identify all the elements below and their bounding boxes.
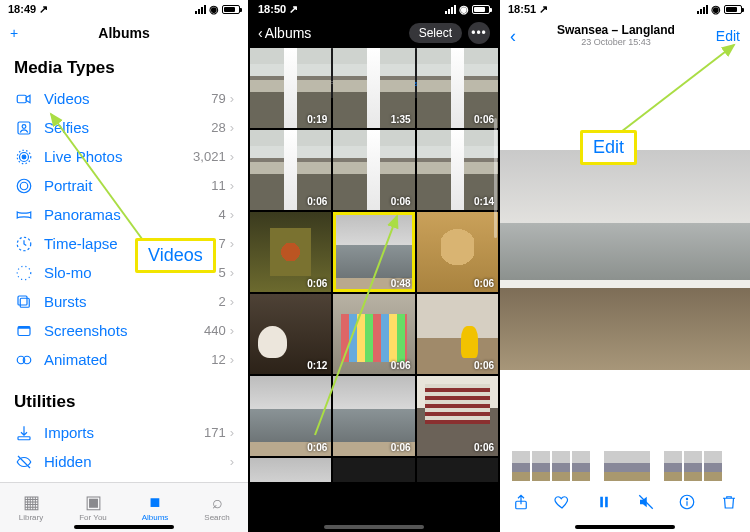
info-button[interactable] (678, 493, 696, 516)
back-button[interactable]: ‹ Albums (258, 25, 311, 41)
location-arrow-icon: ↗ (539, 3, 548, 15)
row-count: 4 (218, 207, 225, 222)
edit-button[interactable]: Edit (716, 28, 740, 44)
home-indicator[interactable] (74, 525, 174, 529)
add-button[interactable]: + (10, 26, 18, 40)
video-thumb[interactable]: 0:06 (417, 212, 498, 292)
thumb-strip-item[interactable] (512, 451, 530, 481)
video-duration: 0:06 (391, 360, 411, 371)
thumb-strip-item[interactable] (704, 451, 722, 481)
svg-rect-21 (600, 496, 603, 507)
video-thumb[interactable] (417, 458, 498, 482)
portrait-icon (14, 176, 34, 196)
media-row-animated[interactable]: Animated12› (14, 345, 234, 374)
favorite-button[interactable] (553, 493, 571, 516)
share-button[interactable] (512, 493, 530, 516)
video-thumb[interactable]: 1:35 (333, 48, 414, 128)
video-thumb[interactable]: 0:19 (250, 48, 331, 128)
slomo-icon (14, 263, 34, 283)
mute-button[interactable] (637, 493, 655, 516)
pause-icon (595, 493, 613, 511)
media-row-screenshots[interactable]: Screenshots440› (14, 316, 234, 345)
thumb-strip-current[interactable] (604, 451, 650, 481)
status-time: 18:51 (508, 3, 536, 15)
chevron-right-icon: › (230, 323, 234, 338)
media-row-panoramas[interactable]: Panoramas4› (14, 200, 234, 229)
tab-label: Library (19, 513, 43, 522)
video-thumb[interactable]: 0:06 (250, 376, 331, 456)
back-button[interactable]: ‹ (510, 26, 516, 47)
signal-icon (195, 5, 206, 14)
chevron-right-icon: › (230, 91, 234, 106)
tab-label: Search (204, 513, 229, 522)
thumb-strip-item[interactable] (572, 451, 590, 481)
video-thumb[interactable]: 0:06 (417, 376, 498, 456)
scrubber-strip[interactable] (500, 448, 750, 484)
media-row-portrait[interactable]: Portrait11› (14, 171, 234, 200)
scroll-indicator[interactable] (494, 118, 497, 238)
chevron-right-icon: › (230, 149, 234, 164)
thumb-strip-item[interactable] (552, 451, 570, 481)
section-utilities: Utilities (14, 392, 234, 412)
video-thumb[interactable]: 0:06 (250, 458, 331, 482)
video-thumb[interactable]: 0:06 (417, 294, 498, 374)
thumb-strip-item[interactable] (684, 451, 702, 481)
signal-icon (697, 5, 708, 14)
row-label: Live Photos (44, 148, 193, 165)
chevron-right-icon: › (230, 294, 234, 309)
svg-point-3 (22, 155, 26, 159)
location-arrow-icon: ↗ (39, 3, 48, 15)
bursts-icon (14, 292, 34, 312)
video-thumb[interactable]: 0:06 (333, 376, 414, 456)
tab-label: For You (79, 513, 107, 522)
photo-subtitle: 23 October 15:43 (557, 38, 675, 48)
media-row-imports[interactable]: Imports171› (14, 418, 234, 447)
thumb-strip-item[interactable] (532, 451, 550, 481)
tab-icon: ■ (150, 493, 161, 511)
thumb-strip-item[interactable] (664, 451, 682, 481)
phone-video-detail: 18:51 ↗ ◉ ‹ Swansea – Langland 23 Octobe… (500, 0, 750, 532)
svg-rect-13 (18, 326, 30, 328)
video-thumb[interactable]: 0:06 (250, 130, 331, 210)
more-options-button[interactable]: ••• (468, 22, 490, 44)
battery-icon (472, 5, 490, 14)
tab-icon: ▣ (85, 493, 102, 511)
media-row-live-photos[interactable]: Live Photos3,021› (14, 142, 234, 171)
media-row-hidden[interactable]: Hidden› (14, 447, 234, 476)
row-count: 11 (211, 178, 225, 193)
video-duration: 0:19 (307, 114, 327, 125)
video-duration: 0:06 (391, 442, 411, 453)
row-label: Imports (44, 424, 204, 441)
battery-icon (222, 5, 240, 14)
video-duration: 0:06 (307, 278, 327, 289)
video-thumb[interactable]: 0:06 (417, 48, 498, 128)
home-indicator[interactable] (575, 525, 675, 529)
video-preview[interactable] (500, 150, 750, 370)
video-thumb[interactable]: 0:06 (250, 212, 331, 292)
video-grid[interactable]: 0:191:350:060:060:060:140:060:480:060:12… (250, 48, 498, 482)
tab-search[interactable]: ⌕Search (186, 483, 248, 532)
media-row-selfies[interactable]: Selfies28› (14, 113, 234, 142)
tab-icon: ⌕ (212, 493, 223, 511)
select-button[interactable]: Select (409, 23, 462, 43)
video-thumb[interactable] (333, 458, 414, 482)
row-count: 5 (218, 265, 225, 280)
video-thumb[interactable]: 0:12 (250, 294, 331, 374)
video-thumb[interactable]: 0:06 (333, 130, 414, 210)
video-duration: 0:48 (391, 278, 411, 289)
svg-rect-16 (18, 436, 30, 439)
media-row-videos[interactable]: Videos79› (14, 84, 234, 113)
arrow-annotation (612, 40, 742, 140)
tab-library[interactable]: ▦Library (0, 483, 62, 532)
video-thumb[interactable]: 0:06 (333, 294, 414, 374)
pause-button[interactable] (595, 493, 613, 516)
row-label: Hidden (44, 453, 226, 470)
ellipsis-icon: ••• (471, 26, 487, 40)
media-row-bursts[interactable]: Bursts2› (14, 287, 234, 316)
row-label: Panoramas (44, 206, 218, 223)
location-arrow-icon: ↗ (289, 3, 298, 15)
video-thumb[interactable]: 0:14 (417, 130, 498, 210)
home-indicator[interactable] (324, 525, 424, 529)
video-thumb[interactable]: 0:48 (333, 212, 414, 292)
delete-button[interactable] (720, 493, 738, 516)
